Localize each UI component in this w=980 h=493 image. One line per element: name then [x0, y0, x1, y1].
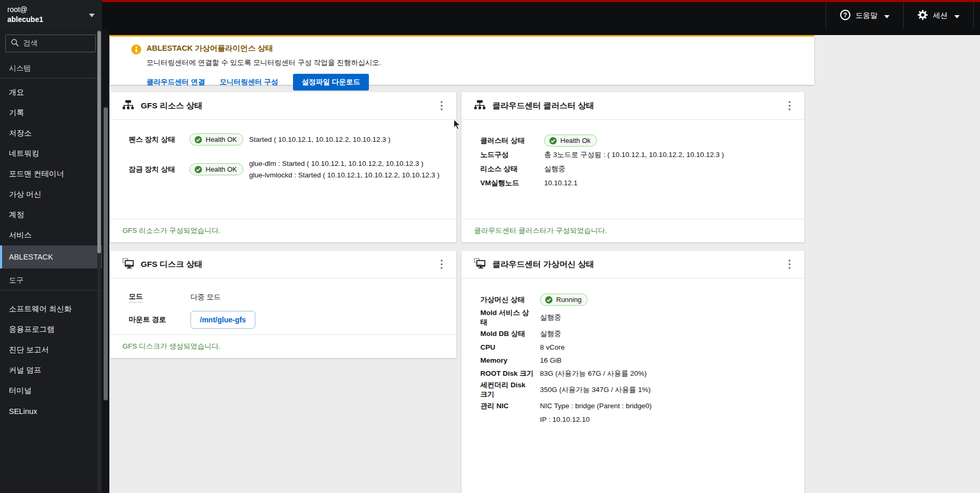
gfs-resource-status-card: GFS 리소스 상태 펜스 장치 상태 Health OK Started ( … — [110, 92, 456, 242]
row-label: Mold DB 상태 — [480, 329, 534, 339]
masthead: root@ ablecube1 ? 도움말 — [0, 0, 980, 29]
row-value: 총 3노드로 구성됨 : ( 10.10.12.1, 10.10.12.2, 1… — [544, 150, 792, 160]
row-value: 다중 모드 — [190, 293, 444, 302]
sidebar-scrollbar-thumb[interactable] — [97, 31, 101, 253]
sidebar-item-applications[interactable]: 응용프로그램 — [0, 319, 102, 340]
help-menu[interactable]: ? 도움말 — [826, 2, 903, 29]
secondary-disk-row: 세컨더리 Disk 크기 350G (사용가능 347G / 사용률 1%) — [480, 380, 792, 399]
content-scrollbar-thumb[interactable] — [104, 107, 108, 400]
row-value: glue-dlm : Started ( 10.10.12.1, 10.10.1… — [249, 158, 444, 181]
sidebar-item-kernel-dump[interactable]: 커널 덤프 — [0, 360, 102, 380]
content-scrollbar[interactable] — [102, 29, 109, 493]
row-label: 펜스 장치 상태 — [129, 135, 184, 144]
chevron-down-icon — [884, 12, 889, 20]
row-label: 리소스 상태 — [480, 164, 537, 174]
cloudcenter-vm-status-card: 클라우드센터 가상머신 상태 가상머신 상태 Running Mol — [461, 251, 804, 493]
row-label: CPU — [480, 343, 534, 351]
vm-node-row: VM실행노드 10.10.12.1 — [480, 176, 792, 190]
monitoringcenter-config-link[interactable]: 모니터링센터 구성 — [220, 77, 278, 87]
row-label: 잠금 장치 상태 — [129, 165, 184, 174]
download-config-button[interactable]: 설정파일 다운로드 — [293, 74, 369, 91]
sidebar-section-system: 시스템 — [0, 57, 102, 78]
cpu-row: CPU 8 vCore — [480, 341, 792, 354]
cluster-state-row: 클러스터 상태 Health Ok — [480, 133, 792, 148]
appliance-status-alert: ABLESTACK 가상어플라이언스 상태 모니터링센터에 연결할 수 있도록 … — [110, 35, 814, 85]
root-disk-row: ROOT Disk 크기 83G (사용가능 67G / 사용률 20%) — [480, 367, 792, 381]
mold-service-row: Mold 서비스 상태 실행중 — [480, 308, 792, 327]
sidebar-item-logs[interactable]: 기록 — [0, 103, 102, 123]
running-status-badge: Running — [540, 294, 588, 306]
check-circle-icon — [195, 166, 202, 173]
memory-row: Memory 16 GiB — [480, 354, 792, 367]
sidebar-item-software-updates[interactable]: 소프트웨어 최신화 — [0, 299, 102, 319]
mount-path-button[interactable]: /mnt/glue-gfs — [190, 311, 255, 329]
alert-description: 모니터링센터에 연결할 수 있도록 모니터링센터 구성 작업을 진행하십시오. — [147, 58, 802, 68]
info-icon — [131, 44, 141, 57]
chevron-down-icon — [89, 10, 95, 19]
kebab-menu-icon[interactable] — [434, 98, 449, 113]
sidebar: 검색 시스템 개요 기록 저장소 네트워킹 포드맨 컨테이너 가상 머신 계정 … — [0, 29, 102, 493]
management-nic-ip-row: IP : 10.10.12.10 — [480, 413, 792, 427]
sidebar-item-services[interactable]: 서비스 — [0, 225, 102, 245]
node-config-row: 노드구성 총 3노드로 구성됨 : ( 10.10.12.1, 10.10.12… — [480, 148, 792, 162]
row-value: IP : 10.10.12.10 — [540, 416, 792, 423]
sidebar-item-overview[interactable]: 개요 — [0, 82, 102, 103]
row-label: 마운트 경로 — [129, 315, 183, 324]
search-icon — [11, 39, 19, 48]
card-title: GFS 리소스 상태 — [141, 100, 427, 111]
sidebar-section-tools: 도구 — [0, 268, 102, 290]
check-circle-icon — [545, 296, 553, 304]
row-value: 83G (사용가능 67G / 사용률 20%) — [540, 369, 792, 378]
sidebar-scrollbar[interactable] — [97, 30, 101, 492]
session-label: 세션 — [933, 11, 948, 20]
sidebar-item-terminal[interactable]: 터미널 — [0, 380, 102, 401]
search-placeholder: 검색 — [23, 39, 38, 48]
row-value: 350G (사용가능 347G / 사용률 1%) — [540, 385, 792, 395]
sidebar-item-networking[interactable]: 네트워킹 — [0, 143, 102, 164]
row-label: Memory — [480, 356, 534, 364]
kebab-menu-icon[interactable] — [782, 257, 797, 272]
cloudcenter-cluster-status-card: 클라우드센터 클러스터 상태 클러스터 상태 Health Ok 노 — [461, 92, 804, 242]
row-value: 8 vCore — [540, 343, 792, 351]
row-label: Mold 서비스 상태 — [480, 308, 534, 327]
host-switcher[interactable]: root@ ablecube1 — [0, 0, 102, 29]
cloudcenter-connect-link[interactable]: 클라우드센터 연결 — [147, 77, 205, 87]
gear-icon — [917, 9, 928, 22]
row-value: 16 GiB — [540, 356, 792, 364]
main-content: ABLESTACK 가상어플라이언스 상태 모니터링센터에 연결할 수 있도록 … — [109, 29, 980, 493]
card-footer-status: GFS 리소스가 구성되었습니다. — [110, 219, 456, 242]
check-circle-icon — [195, 136, 202, 143]
chevron-down-icon — [954, 12, 960, 20]
help-icon: ? — [840, 9, 851, 22]
host-name: ablecube1 — [7, 15, 43, 24]
row-label: 모드 — [129, 292, 143, 302]
card-title: 클라우드센터 가상머신 상태 — [492, 259, 775, 270]
sidebar-item-selinux[interactable]: SELinux — [0, 401, 102, 421]
kebab-menu-icon[interactable] — [782, 98, 797, 113]
vm-state-row: 가상머신 상태 Running — [480, 292, 792, 307]
card-title: 클라우드센터 클러스터 상태 — [492, 100, 775, 111]
sidebar-item-accounts[interactable]: 계정 — [0, 205, 102, 225]
row-value: NIC Type : bridge (Parent : bridge0) — [540, 402, 792, 410]
session-menu[interactable]: 세션 — [903, 2, 974, 29]
sidebar-item-virtual-machines[interactable]: 가상 머신 — [0, 184, 102, 205]
cluster-topology-icon — [122, 100, 134, 112]
virtual-machine-icon — [122, 258, 134, 271]
card-footer-status: 클라우드센터 클러스터가 구성되었습니다. — [461, 219, 804, 242]
sidebar-item-storage[interactable]: 저장소 — [0, 123, 102, 143]
sidebar-item-podman[interactable]: 포드맨 컨테이너 — [0, 164, 102, 184]
card-footer-status: GFS 디스크가 생성되었습니다. — [110, 334, 456, 358]
row-label: 가상머신 상태 — [480, 295, 534, 305]
alert-title: ABLESTACK 가상어플라이언스 상태 — [147, 43, 802, 53]
row-label: VM실행노드 — [480, 178, 537, 188]
virtual-machine-icon — [474, 258, 486, 271]
row-value: 10.10.12.1 — [544, 179, 792, 187]
fence-device-row: 펜스 장치 상태 Health OK Started ( 10.10.12.1,… — [129, 133, 444, 145]
sidebar-item-diagnostic-reports[interactable]: 진단 보고서 — [0, 340, 102, 360]
sidebar-item-ablestack[interactable]: ABLESTACK — [0, 245, 102, 268]
gfs-disk-status-card: GFS 디스크 상태 모드 다중 모드 마운트 경로 /mnt/glue-gfs… — [110, 251, 456, 358]
svg-text:?: ? — [843, 12, 847, 19]
row-value: 실행중 — [540, 329, 792, 339]
search-input[interactable]: 검색 — [5, 35, 96, 52]
kebab-menu-icon[interactable] — [434, 257, 449, 272]
